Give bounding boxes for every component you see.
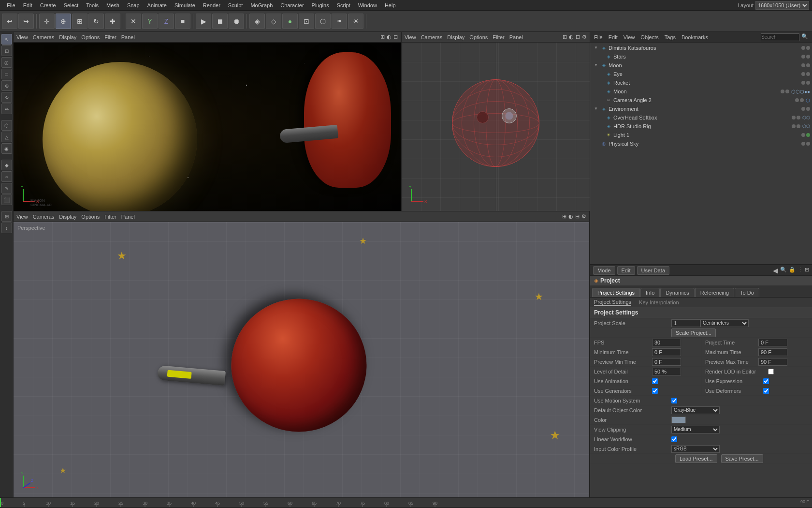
view-model-btn[interactable]: ◈	[249, 14, 265, 29]
expand-moon-sub[interactable]	[599, 89, 604, 94]
tool-scale[interactable]: ⇔	[1, 104, 12, 114]
no-tool-btn[interactable]: ✕	[126, 14, 141, 29]
obj-eye[interactable]: ◈ Eye	[590, 70, 812, 78]
y-btn[interactable]: Y	[142, 14, 158, 29]
menu-edit[interactable]: Edit	[19, 0, 36, 11]
lod-input[interactable]	[652, 368, 681, 375]
lock-icon-persp[interactable]: ◐	[568, 213, 573, 220]
render-icon-front[interactable]: ⊟	[576, 34, 580, 40]
render-icon-main[interactable]: ⊟	[393, 34, 398, 40]
menu-character[interactable]: Character	[276, 0, 307, 11]
panel-menu-front[interactable]: Panel	[509, 34, 523, 40]
view-clipping-select[interactable]: Medium	[671, 426, 720, 433]
panel-menu-main[interactable]: Panel	[121, 34, 135, 40]
expand-eye[interactable]	[599, 72, 604, 76]
fps-input[interactable]	[652, 339, 681, 346]
tab-referencing[interactable]: Referencing	[695, 288, 734, 297]
tool-edge[interactable]: △	[1, 132, 12, 142]
menu-window[interactable]: Window	[354, 0, 381, 11]
redo-btn[interactable]: ↪	[18, 14, 34, 29]
tool-poly[interactable]: ⬡	[1, 120, 12, 131]
filter-menu-front[interactable]: Filter	[493, 34, 504, 40]
props-arrow-left[interactable]: ◀	[773, 267, 778, 274]
menu-mesh[interactable]: Mesh	[102, 0, 123, 11]
menu-render[interactable]: Render	[199, 0, 224, 11]
sub-tab-key-interp[interactable]: Key Interpolation	[639, 299, 679, 305]
camera-btn[interactable]: ⬡	[315, 14, 331, 29]
tool-rect[interactable]: □	[1, 69, 12, 79]
view-menu-front[interactable]: View	[405, 34, 416, 40]
om-search[interactable]	[761, 33, 799, 41]
props-search-icon[interactable]: 🔍	[780, 267, 787, 274]
project-scale-unit[interactable]: Centimeters	[700, 319, 749, 327]
tool-tex[interactable]: ⬛	[1, 194, 12, 205]
config-icon-front[interactable]: ⚙	[582, 34, 587, 40]
min-time-input[interactable]	[652, 348, 681, 356]
view-menu-persp[interactable]: View	[16, 214, 28, 220]
preview-min-input[interactable]	[652, 358, 681, 366]
expand-softbox[interactable]	[599, 115, 604, 120]
use-def-check[interactable]	[763, 388, 769, 394]
tool-select[interactable]: ⊡	[1, 45, 12, 56]
use-expr-check[interactable]	[763, 378, 769, 384]
tool-snap[interactable]: ⊞	[1, 211, 12, 222]
color-profile-select[interactable]: sRGB	[671, 445, 720, 453]
record-btn[interactable]: ⏺	[229, 14, 244, 29]
tool-rotate[interactable]: ↻	[1, 92, 12, 103]
play-btn[interactable]: ▶	[196, 14, 211, 29]
render-small-btn[interactable]: ●	[282, 14, 298, 29]
edit-btn[interactable]: Edit	[617, 266, 635, 275]
expand-hdr[interactable]	[599, 124, 604, 129]
om-objects[interactable]: Objects	[640, 34, 658, 40]
panel-menu-persp[interactable]: Panel	[121, 214, 135, 220]
expand-icon-main[interactable]: ⊞	[380, 34, 385, 40]
om-tags[interactable]: Tags	[665, 34, 676, 40]
menu-script[interactable]: Script	[333, 0, 354, 11]
expand-stars[interactable]	[599, 54, 604, 59]
expand-moon[interactable]: ▼	[594, 63, 599, 68]
expand-root[interactable]: ▼	[594, 45, 599, 50]
expand-icon-persp[interactable]: ⊞	[562, 213, 566, 220]
obj-light[interactable]: ☀ Light 1	[590, 131, 812, 139]
menu-snap[interactable]: Snap	[123, 0, 144, 11]
om-file[interactable]: File	[594, 34, 603, 40]
tool-measure[interactable]: ↕	[1, 223, 12, 233]
obj-rocket[interactable]: ◈ Rocket	[590, 78, 812, 87]
display-menu-persp[interactable]: Display	[59, 214, 76, 220]
project-time-input[interactable]	[758, 339, 787, 346]
tool-object[interactable]: ○	[1, 171, 12, 182]
stop-btn[interactable]: ⏹	[212, 14, 228, 29]
lock-icon-front[interactable]: ◐	[569, 34, 574, 40]
props-grid-icon[interactable]: ⊞	[805, 267, 809, 274]
transform-btn[interactable]: ✚	[105, 14, 120, 29]
om-view[interactable]: View	[624, 34, 635, 40]
expand-sky[interactable]	[594, 141, 599, 146]
obj-moon-sub[interactable]: ◈ Moon ⬡⬡⬡●●	[590, 87, 812, 96]
obj-stars[interactable]: ◈ Stars	[590, 52, 812, 61]
z-btn[interactable]: Z	[159, 14, 174, 29]
obj-camera[interactable]: ∞ Camera Angle 2 ⬡	[590, 96, 812, 105]
save-preset-btn[interactable]: Save Preset...	[721, 454, 763, 463]
use-anim-check[interactable]	[652, 378, 658, 384]
load-preset-btn[interactable]: Load Preset...	[675, 454, 717, 463]
tool-move[interactable]: ⊕	[1, 80, 12, 91]
use-motion-check[interactable]	[671, 398, 677, 403]
tool-model[interactable]: ◆	[1, 160, 12, 170]
color-swatch[interactable]	[671, 417, 686, 423]
props-lock-icon[interactable]: 🔒	[789, 267, 796, 274]
filter-menu-persp[interactable]: Filter	[104, 214, 116, 220]
scale-btn[interactable]: ⊞	[72, 14, 87, 29]
move-btn[interactable]: ⊕	[56, 14, 71, 29]
menu-plugins[interactable]: Plugins	[308, 0, 333, 11]
menu-sculpt[interactable]: Sculpt	[224, 0, 247, 11]
view-scene-btn[interactable]: ◇	[266, 14, 281, 29]
obj-env[interactable]: ▼ ◈ Environment	[590, 105, 812, 113]
material-btn[interactable]: ■	[175, 14, 190, 29]
expand-camera[interactable]	[599, 98, 604, 103]
sub-tab-project-settings[interactable]: Project Settings	[594, 299, 631, 306]
props-more-icon[interactable]: ⋮	[798, 267, 803, 274]
tab-project-settings[interactable]: Project Settings	[592, 288, 640, 297]
lock-icon-main[interactable]: ◐	[387, 34, 392, 40]
use-gen-check[interactable]	[652, 388, 658, 394]
cameras-menu-persp[interactable]: Cameras	[33, 214, 55, 220]
